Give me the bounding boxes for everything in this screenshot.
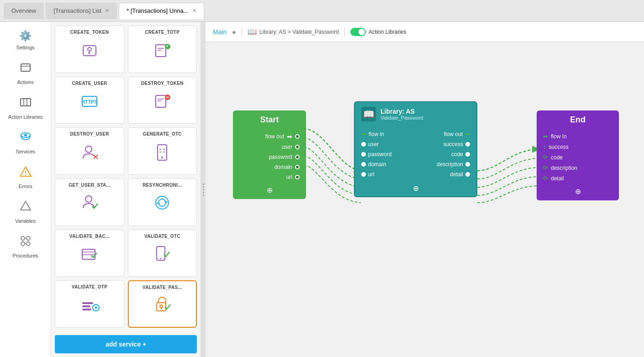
service-label: VALIDATE_BAC... [69, 234, 110, 239]
arrow-right-icon: ➡ [287, 133, 292, 140]
library-ports-right: flow out ➡ success code [417, 129, 470, 179]
library-node-subtitle: Validate_Password [380, 115, 423, 121]
lib-port-domain: domain [361, 159, 415, 169]
svg-rect-23 [156, 45, 166, 57]
svg-rect-52 [82, 302, 93, 304]
port-dot[interactable] [361, 162, 366, 167]
canvas-main-label[interactable]: Main [213, 28, 227, 36]
lib-port-password: password [361, 149, 415, 159]
svg-rect-2 [21, 99, 31, 106]
tab-transactions-list[interactable]: [Transactions] List ✕ [46, 3, 117, 19]
lib-port-description: description [417, 159, 470, 169]
service-label: CREATE_USER [72, 81, 107, 86]
service-icon: HTTPS [79, 89, 100, 114]
s-icon: ⟳ [543, 154, 548, 161]
svg-point-51 [160, 258, 162, 259]
start-node[interactable]: Start flow out ➡ user password [233, 110, 306, 199]
sidebar-item-variables[interactable]: Variables [0, 195, 51, 228]
service-card-validate-bac[interactable]: VALIDATE_BAC... [55, 230, 124, 277]
actions-icon [19, 61, 32, 77]
port-dot[interactable] [465, 172, 470, 177]
port-dot[interactable] [361, 152, 366, 157]
resize-handle[interactable] [201, 22, 206, 357]
port-dot[interactable] [361, 142, 366, 147]
lib-port-user: user [361, 139, 415, 149]
end-add-port[interactable]: ⊕ [543, 187, 612, 196]
port-dot[interactable] [295, 165, 300, 169]
svg-point-36 [85, 146, 92, 152]
sidebar-item-actions[interactable]: Actions [0, 57, 51, 89]
tab-overview[interactable]: Overview [4, 3, 44, 19]
port-dot[interactable] [465, 152, 470, 157]
service-icon [151, 190, 173, 215]
service-panel: CREATE_TOKEN CREATE_TOTP CREATE_USER HTT… [51, 22, 201, 357]
service-card-destroy-token[interactable]: DESTROY_TOKEN [128, 77, 197, 124]
tab-label: * [Transactions] Unna... [127, 7, 188, 14]
variables-icon [19, 200, 32, 215]
library-add-port[interactable]: ⊕ [355, 184, 476, 196]
service-card-destroy-user[interactable]: DESTROY_USER [55, 127, 124, 175]
service-card-create-token[interactable]: CREATE_TOKEN [55, 26, 124, 73]
service-card-generate-otc[interactable]: GENERATE_OTC [128, 127, 197, 175]
close-icon[interactable]: ✕ [192, 8, 196, 14]
tab-label: Overview [11, 7, 36, 14]
port-dot[interactable] [295, 134, 300, 139]
sidebar-item-procedures[interactable]: Procedures [0, 230, 51, 263]
library-node-title: Library: AS [380, 108, 423, 115]
library-node[interactable]: 📖 Library: AS Validate_Password ➡ flow i… [354, 101, 477, 197]
toolbar-divider-2 [344, 27, 345, 37]
toolbar-library[interactable]: 📖 Library: AS > Validate_Password [248, 27, 339, 36]
service-card-validate-otp[interactable]: VALIDATE_OTP [55, 280, 124, 328]
svg-rect-0 [21, 64, 30, 71]
end-node[interactable]: End ➡ flow In ↕ success ⟳ code [537, 110, 619, 200]
port-dot[interactable] [465, 162, 470, 167]
main-layout: ⚙️ Settings Actions Action Libraries Ser… [0, 22, 644, 357]
lib-port-success: success [417, 139, 470, 149]
sidebar-item-settings[interactable]: ⚙️ Settings [0, 26, 51, 55]
service-card-resynchroni[interactable]: RESYNCHRONI... [128, 178, 197, 226]
close-icon[interactable]: ✕ [105, 8, 109, 14]
service-card-validate-pas[interactable]: VALIDATE_PAS... [128, 280, 197, 328]
port-dot[interactable] [295, 145, 300, 149]
add-service-button[interactable]: add service + [55, 335, 197, 353]
lib-port-flow-out: flow out ➡ [417, 129, 470, 139]
tab-transactions-unna[interactable]: * [Transactions] Unna... ✕ [119, 3, 204, 19]
sidebar-item-action-libraries[interactable]: Action Libraries [0, 91, 51, 124]
port-dot[interactable] [295, 155, 300, 159]
service-label: VALIDATE_PAS... [143, 285, 182, 290]
svg-rect-58 [157, 303, 166, 311]
svg-point-9 [25, 174, 26, 175]
svg-marker-10 [21, 201, 31, 210]
book-icon: 📖 [248, 27, 257, 36]
end-port-success: ↕ success [543, 142, 612, 152]
service-label: VALIDATE_OTP [72, 284, 107, 289]
arrow-right-icon: ➡ [465, 131, 470, 137]
sidebar-item-services[interactable]: Services [0, 126, 51, 159]
start-add-port[interactable]: ⊕ [239, 186, 300, 194]
library-path-label: Library: AS > Validate_Password [259, 29, 339, 35]
service-card-create-user[interactable]: CREATE_USER HTTPS [55, 77, 124, 124]
s-icon-3: ⟳ [543, 175, 548, 182]
service-icon [151, 37, 173, 63]
sidebar-item-label: Procedures [13, 253, 38, 258]
procedures-icon [19, 235, 32, 250]
port-dot[interactable] [361, 172, 366, 177]
service-card-validate-otc[interactable]: VALIDATE_OTC [128, 230, 197, 277]
service-card-create-totp[interactable]: CREATE_TOTP [128, 26, 197, 73]
lib-port-code: code [417, 149, 470, 159]
service-card-get-user-sta[interactable]: GET_USER_STA... [55, 178, 124, 226]
svg-rect-31 [156, 95, 166, 107]
service-icon [151, 242, 173, 267]
svg-point-11 [21, 236, 25, 240]
service-icon [79, 292, 100, 317]
sidebar-item-errors[interactable]: Errors [0, 161, 51, 194]
toolbar-action-libs[interactable]: Action Libraries [350, 28, 406, 36]
flow-container: Start flow out ➡ user password [219, 56, 630, 238]
lib-port-flow-in: ➡ flow in [361, 129, 415, 139]
arrow-right-icon: ➡ [543, 133, 548, 140]
action-libraries-toggle[interactable] [350, 28, 366, 36]
info-dot-icon: ● [232, 28, 236, 36]
service-label: CREATE_TOKEN [70, 30, 109, 35]
port-dot[interactable] [295, 175, 300, 179]
port-dot[interactable] [465, 142, 470, 147]
